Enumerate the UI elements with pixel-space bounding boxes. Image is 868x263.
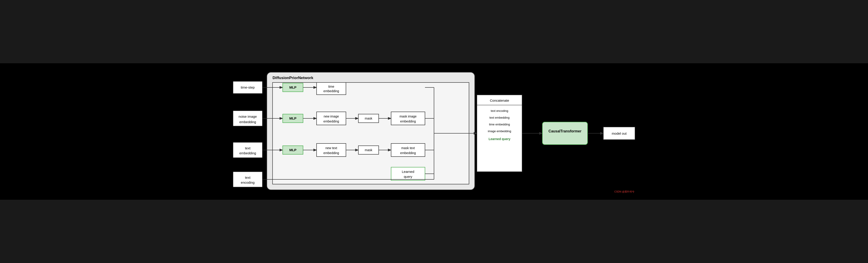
svg-text:time: time <box>328 85 334 88</box>
svg-text:mask image: mask image <box>399 115 416 118</box>
svg-text:mask: mask <box>365 148 372 152</box>
svg-text:mask: mask <box>365 117 372 120</box>
svg-rect-67 <box>542 122 588 145</box>
svg-text:Learned: Learned <box>402 170 414 174</box>
svg-text:time embedding: time embedding <box>489 123 510 126</box>
svg-text:embedding: embedding <box>400 151 416 155</box>
input-time-step: time-step <box>241 85 255 89</box>
svg-text:CausalTransformer: CausalTransformer <box>549 129 582 133</box>
svg-rect-58 <box>477 95 522 172</box>
svg-text:embedding: embedding <box>323 119 339 123</box>
svg-text:mask text: mask text <box>401 146 415 150</box>
svg-text:embedding: embedding <box>239 120 256 124</box>
svg-text:Concatenate: Concatenate <box>490 98 509 103</box>
svg-text:new image: new image <box>323 115 339 118</box>
svg-text:new text: new text <box>326 146 337 150</box>
svg-text:text encoding: text encoding <box>491 109 508 113</box>
svg-text:text: text <box>245 146 251 150</box>
svg-text:MLP: MLP <box>289 116 297 120</box>
svg-rect-8 <box>233 172 262 187</box>
svg-text:noise image: noise image <box>239 115 257 118</box>
svg-text:image embedding: image embedding <box>488 129 511 133</box>
svg-text:text: text <box>245 176 251 179</box>
svg-text:embedding: embedding <box>323 89 339 93</box>
main-container-title: DiffusionPriorNetwork <box>273 76 313 80</box>
svg-text:encoding: encoding <box>241 180 255 184</box>
svg-text:embedding: embedding <box>323 151 339 155</box>
svg-text:model out: model out <box>612 132 627 135</box>
svg-text:embedding: embedding <box>239 151 256 155</box>
svg-text:text embedding: text embedding <box>490 116 509 119</box>
svg-rect-5 <box>233 142 262 158</box>
svg-text:embedding: embedding <box>400 119 416 123</box>
architecture-diagram: time-step noise image embedding text emb… <box>231 68 637 194</box>
watermark: CSDN @莫叶何兮 <box>614 190 634 193</box>
svg-text:query: query <box>404 175 412 178</box>
diagram-container: time-step noise image embedding text emb… <box>0 63 868 200</box>
svg-text:Learned query: Learned query <box>489 137 510 141</box>
svg-text:MLP: MLP <box>289 85 297 89</box>
svg-text:MLP: MLP <box>289 148 297 152</box>
